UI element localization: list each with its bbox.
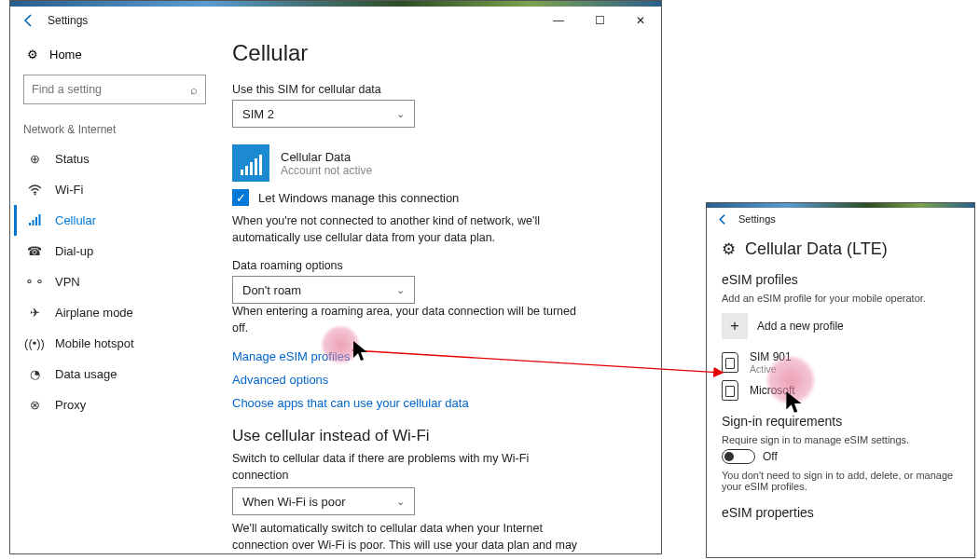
nav-status[interactable]: ⊕ Status	[23, 143, 206, 174]
svg-point-0	[34, 193, 35, 195]
sim-select[interactable]: SIM 2 ⌄	[232, 100, 415, 128]
nav-label: Status	[55, 152, 90, 166]
window-controls: — ☐ ✕	[538, 7, 661, 34]
esim-properties-heading: eSIM properties	[722, 505, 959, 520]
svg-rect-2	[33, 220, 34, 225]
search-input[interactable]	[32, 83, 190, 96]
nav-dialup[interactable]: ☎ Dial-up	[23, 236, 206, 266]
sim-card-icon	[722, 380, 738, 401]
gear-icon: ⚙	[27, 48, 38, 61]
cellular-icon	[27, 214, 42, 226]
fallback-desc: We'll automatically switch to cellular d…	[232, 521, 586, 553]
vpn-icon: ⚬⚬	[27, 275, 42, 289]
signin-heading: Sign-in requirements	[722, 414, 959, 429]
nav-label: VPN	[55, 275, 80, 289]
status-icon: ⊕	[27, 152, 42, 166]
sim-item-1[interactable]: Microsoft	[722, 380, 959, 401]
manage-desc: When you're not connected to another kin…	[232, 213, 586, 246]
svg-rect-1	[29, 223, 31, 225]
fallback-label: Switch to cellular data if there are pro…	[232, 451, 586, 484]
page-title: Cellular	[232, 40, 639, 66]
app-title: Settings	[48, 14, 88, 27]
roaming-label: Data roaming options	[232, 259, 639, 272]
nav-data-usage[interactable]: ◔ Data usage	[23, 359, 206, 389]
back-button[interactable]	[712, 209, 733, 229]
nav-hotspot[interactable]: ((•)) Mobile hotspot	[23, 328, 206, 359]
toggle-state: Off	[763, 450, 778, 463]
close-button[interactable]: ✕	[620, 7, 661, 34]
nav-label: Mobile hotspot	[55, 336, 134, 350]
manage-checkbox-label: Let Windows manage this connection	[258, 191, 459, 205]
airplane-icon: ✈	[27, 306, 42, 320]
nav-label: Airplane mode	[55, 306, 133, 320]
fallback-value: When Wi-Fi is poor	[242, 495, 346, 509]
nav-cellular[interactable]: Cellular	[14, 205, 206, 236]
fallback-select[interactable]: When Wi-Fi is poor ⌄	[232, 487, 415, 515]
signin-toggle[interactable]: Off	[722, 449, 959, 464]
cellular-data-icon	[232, 144, 269, 182]
cellular-data-status: Account not active	[281, 164, 372, 177]
add-profile-button[interactable]: + Add a new profile	[722, 313, 959, 339]
esim-content: ⚙ Cellular Data (LTE) eSIM profiles Add …	[707, 230, 974, 520]
svg-rect-3	[35, 217, 37, 225]
cellular-data-row[interactable]: Cellular Data Account not active	[232, 144, 639, 182]
nav-airplane[interactable]: ✈ Airplane mode	[23, 297, 206, 328]
dialup-icon: ☎	[27, 244, 42, 258]
sim-item-0[interactable]: SIM 901 Active	[722, 350, 959, 375]
gear-icon: ⚙	[722, 239, 736, 259]
titlebar: Settings — ☐ ✕	[10, 7, 661, 34]
app-title: Settings	[738, 213, 776, 225]
proxy-icon: ⊗	[27, 398, 42, 412]
roaming-select[interactable]: Don't roam ⌄	[232, 276, 415, 304]
hotspot-icon: ((•))	[27, 336, 42, 350]
manage-checkbox[interactable]: ✓	[232, 189, 249, 206]
nav-label: Data usage	[55, 367, 117, 381]
sim-select-value: SIM 2	[242, 107, 274, 121]
advanced-options-link[interactable]: Advanced options	[232, 373, 639, 387]
chevron-down-icon: ⌄	[396, 108, 405, 120]
nav-vpn[interactable]: ⚬⚬ VPN	[23, 266, 206, 297]
home-label: Home	[49, 48, 82, 61]
sidebar: ⚙ Home ⌕ Network & Internet ⊕ Status Wi-…	[10, 34, 215, 553]
content-pane: Cellular Use this SIM for cellular data …	[215, 34, 661, 553]
nav-proxy[interactable]: ⊗ Proxy	[23, 389, 206, 420]
chevron-down-icon: ⌄	[396, 496, 405, 508]
choose-apps-link[interactable]: Choose apps that can use your cellular d…	[232, 396, 639, 410]
home-button[interactable]: ⚙ Home	[23, 40, 206, 69]
roaming-value: Don't roam	[242, 283, 301, 297]
back-button[interactable]	[16, 7, 42, 34]
sidebar-category: Network & Internet	[23, 123, 206, 136]
svg-rect-4	[39, 214, 41, 225]
wifi-icon	[27, 184, 42, 196]
plus-icon: +	[722, 313, 748, 339]
nav-label: Wi-Fi	[55, 183, 83, 197]
manage-esim-link[interactable]: Manage eSIM profiles	[232, 349, 639, 363]
titlebar: Settings	[707, 208, 974, 230]
chevron-down-icon: ⌄	[396, 284, 405, 296]
esim-window: Settings ⚙ Cellular Data (LTE) eSIM prof…	[706, 202, 975, 558]
search-icon: ⌕	[190, 83, 198, 97]
nav-label: Dial-up	[55, 244, 93, 258]
nav-wifi[interactable]: Wi-Fi	[23, 174, 206, 205]
sim-select-label: Use this SIM for cellular data	[232, 83, 639, 96]
page-title: Cellular Data (LTE)	[745, 239, 888, 259]
maximize-button[interactable]: ☐	[579, 7, 620, 34]
data-usage-icon: ◔	[27, 367, 42, 381]
fallback-heading: Use cellular instead of Wi-Fi	[232, 427, 639, 445]
settings-search[interactable]: ⌕	[23, 75, 206, 104]
add-profile-label: Add a new profile	[757, 320, 844, 333]
manage-connection-row[interactable]: ✓ Let Windows manage this connection	[232, 189, 639, 206]
signin-desc: You don't need to sign in to add, delete…	[722, 470, 959, 492]
cellular-data-title: Cellular Data	[281, 150, 372, 164]
minimize-button[interactable]: —	[538, 7, 579, 34]
roaming-desc: When entering a roaming area, your data …	[232, 304, 586, 336]
settings-window: Settings — ☐ ✕ ⚙ Home ⌕ Network & Intern…	[9, 0, 662, 554]
profiles-desc: Add an eSIM profile for your mobile oper…	[722, 293, 959, 304]
nav-label: Cellular	[55, 213, 96, 227]
nav-label: Proxy	[55, 398, 86, 412]
toggle-track	[722, 449, 755, 464]
sim-card-icon	[722, 352, 738, 373]
profiles-heading: eSIM profiles	[722, 272, 959, 287]
signin-label: Require sign in to manage eSIM settings.	[722, 434, 959, 445]
